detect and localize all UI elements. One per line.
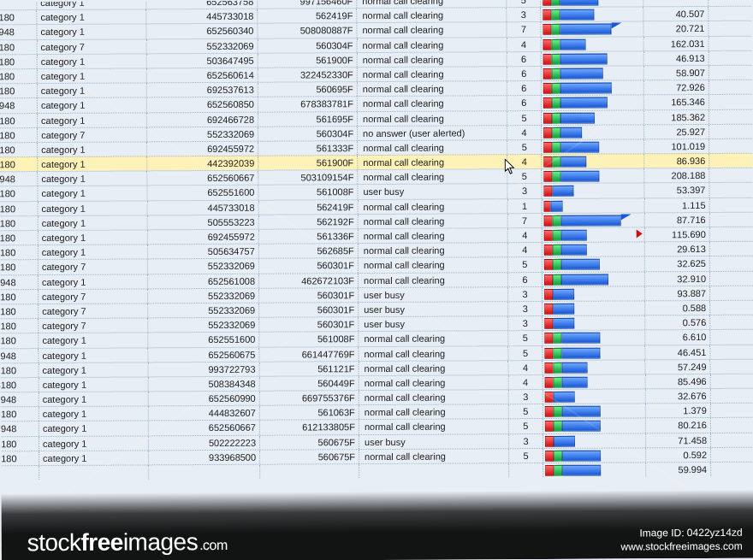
cell-value: 29.613: [645, 242, 710, 256]
cell-caller-number: 444832607: [149, 406, 260, 421]
cell-category: category 1: [39, 245, 148, 260]
cell-trailing: [711, 404, 753, 418]
cell-trailing: [709, 95, 753, 109]
cell-count: 1: [508, 199, 543, 213]
cell-trailing: [709, 168, 753, 183]
cell-trailing: [711, 463, 753, 477]
watermark-overlay: stockfreeimages.com Image ID: 0422yz14zd…: [1, 490, 753, 560]
cell-called-number: 561695F: [258, 112, 358, 127]
cell-extension: 7948: [0, 98, 38, 112]
cell-cause: normal call clearing: [359, 404, 509, 419]
cell-caller-number: 505634757: [148, 245, 259, 259]
cell-bar-chart: [543, 433, 646, 448]
cell-extension: 8180: [0, 378, 39, 392]
cell-cause: user busy: [359, 434, 509, 449]
cell-extension: 8180: [0, 114, 38, 127]
cell-cause: user busy: [359, 302, 508, 316]
cell-category: category 7: [38, 39, 147, 54]
cell-category: category 1: [37, 0, 146, 9]
cell-called-number: 997156460F: [258, 0, 357, 9]
cell-bar-chart: [543, 286, 645, 301]
cell-cause: user busy: [359, 287, 508, 302]
cell-count: 6: [508, 273, 543, 286]
cell-called-number: 678383781F: [258, 97, 358, 111]
cell-bar-chart: [543, 198, 645, 213]
cell-trailing: [709, 36, 753, 50]
cell-called-number: 322452330F: [258, 68, 358, 82]
cell-value: 87.716: [645, 213, 710, 227]
cell-category: category 1: [38, 98, 147, 113]
cell-value: 20.721: [643, 21, 709, 36]
cell-bar-chart: [542, 80, 644, 95]
cell-bar-chart: [543, 301, 645, 315]
cell-count: 7: [507, 22, 541, 36]
cell-caller-number: 652551600: [148, 333, 259, 347]
cell-category: category 1: [38, 186, 147, 201]
cell-called-number: 560304F: [258, 38, 358, 53]
cell-value: 85.496: [646, 374, 711, 389]
cell-extension: 8180: [0, 55, 38, 68]
cell-extension: 8180: [0, 128, 38, 142]
cell-caller-number: 652561008: [148, 274, 259, 288]
cell-trailing: [709, 124, 753, 139]
cell-bar-chart: [543, 257, 645, 272]
cell-trailing: [710, 271, 753, 286]
cell-called-number: 560304F: [258, 127, 358, 141]
cell-called-number: 560675F: [260, 435, 359, 450]
cell-trailing: [709, 0, 753, 6]
cell-trailing: [711, 418, 753, 433]
cell-count: 5: [507, 0, 541, 7]
cell-bar-chart: [541, 0, 643, 7]
cell-cause: normal call clearing: [358, 38, 507, 52]
cell-bar-chart: [543, 360, 645, 374]
cell-called-number: 560675F: [260, 450, 359, 464]
cell-bar-chart: [543, 272, 645, 286]
cell-called-number: 562192F: [259, 215, 359, 229]
cell-category: category 1: [39, 215, 148, 230]
cell-category: category 7: [39, 289, 148, 304]
cell-category: category 1: [37, 10, 146, 25]
cell-trailing: [711, 447, 753, 462]
cell-category: category 1: [38, 68, 147, 83]
cell-called-number: 669755376F: [260, 391, 359, 405]
cell-trailing: [711, 374, 753, 389]
cell-cause: normal call clearing: [358, 97, 507, 111]
cell-trailing: [709, 183, 753, 197]
cell-extension: 8180: [0, 10, 37, 24]
watermark-id: Image ID: 0422yz14zd www.stockfreeimages…: [620, 526, 742, 554]
cell-bar-chart: [543, 243, 645, 257]
cell-caller-number: 652560667: [147, 171, 258, 186]
cell-category: category 1: [39, 348, 148, 363]
cell-trailing: [710, 359, 753, 374]
cell-count: 5: [507, 110, 542, 124]
cell-caller-number: 652563758: [146, 0, 258, 9]
cell-bar-chart: [543, 213, 645, 227]
cell-extension: 8180: [0, 216, 39, 230]
cell-trailing: [709, 154, 753, 168]
cell-category: category 1: [38, 156, 147, 171]
cell-value: 59.994: [646, 463, 711, 477]
cell-trailing: [710, 315, 753, 330]
cell-cause: normal call clearing: [357, 8, 507, 22]
cell-count: 5: [508, 331, 543, 345]
cell-caller-number: 652560675: [148, 347, 259, 362]
cell-bar-chart: [543, 374, 646, 389]
cell-bar-chart: [542, 51, 644, 66]
cell-bar-chart: [543, 331, 645, 345]
cell-caller-number: 692466728: [147, 112, 258, 127]
cell-called-number: 561008F: [259, 332, 359, 346]
cell-bar-chart: [542, 139, 644, 154]
cell-caller-number: 552332069: [148, 318, 259, 333]
cell-count: 3: [508, 316, 543, 330]
call-log-grid[interactable]: category 1652563758997156460Fnormal call…: [0, 0, 753, 480]
cell-value: 25.927: [644, 125, 709, 139]
cell-extension: 8180: [0, 202, 39, 215]
cell-count: 5: [507, 140, 542, 154]
cell-value: 162.031: [644, 37, 709, 51]
cell-value: 93.887: [645, 286, 710, 301]
cell-cause: normal call clearing: [358, 140, 507, 155]
cell-caller-number: 502222223: [149, 435, 260, 450]
cell-caller-number: 652560850: [147, 97, 258, 112]
cell-cause: normal call clearing: [359, 449, 509, 463]
cell-extension: 8180: [0, 304, 39, 318]
